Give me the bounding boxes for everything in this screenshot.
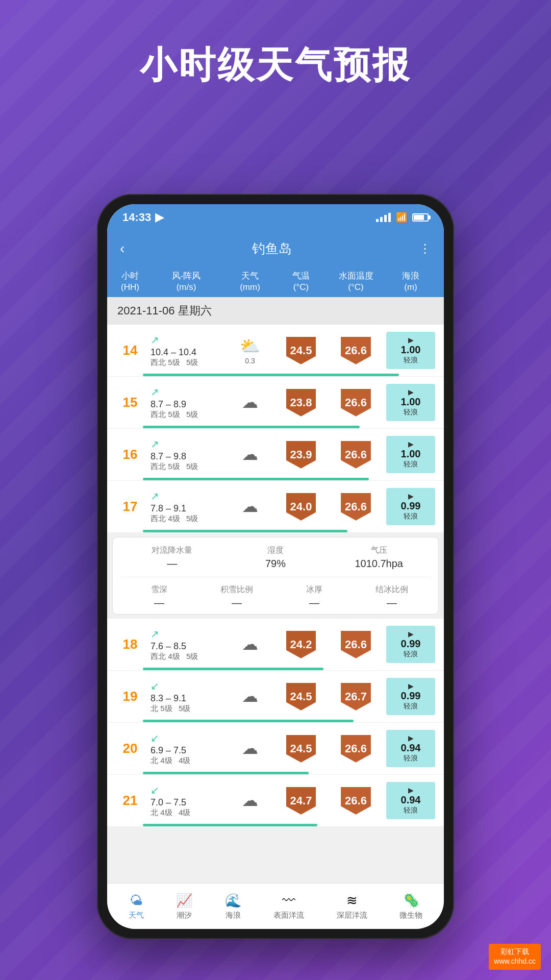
back-button[interactable]: ‹: [120, 240, 124, 257]
nav-label: 潮汐: [177, 911, 192, 920]
snow-ratio-value: —: [232, 597, 242, 609]
weather-row: 21 ↙ 7.0 – 7.5 北 4级 4级 ☁ 24.7 26.6 ▶ 0.9…: [107, 775, 444, 827]
weather-row: 17 ↗ 7.8 – 9.1 西北 4级 5级 ☁ 24.0 26.6 ▶ 0.…: [107, 481, 444, 533]
wind-bar: [143, 824, 444, 826]
wind-arrow-icon: ↗: [151, 438, 159, 450]
temp-badge: 24.2: [286, 631, 316, 658]
nav-icon: 🦠: [403, 893, 419, 909]
weather-icon-cell: ☁: [224, 393, 276, 413]
wind-cell: ↗ 10.4 – 10.4 西北 5级 5级: [148, 334, 224, 368]
temp-badge: 23.8: [286, 389, 316, 416]
convective-label: 对流降水量: [152, 545, 192, 556]
wave-cell: ▶ 1.00 轻浪: [386, 332, 435, 369]
weather-icon: ☁: [242, 497, 258, 516]
wind-arrow-icon: ↙: [151, 680, 159, 692]
snow-ratio-label: 积雪比例: [220, 584, 253, 595]
sea-temp-badge: 26.6: [341, 389, 371, 416]
wind-cell: ↗ 7.6 – 8.5 西北 4级 5级: [148, 628, 224, 662]
table-header: 小时(HH) 风-阵风(m/s) 天气(mm) 气温(°C) 水面温度(°C) …: [107, 266, 444, 297]
wifi-icon: 📶: [396, 212, 407, 223]
temp-badge: 24.0: [286, 493, 316, 521]
wind-arrow-icon: ↗: [151, 386, 159, 398]
wind-cell: ↗ 8.7 – 8.9 西北 5级 5级: [148, 386, 224, 420]
sea-temp-badge: 26.6: [341, 787, 371, 815]
wind-arrow-icon: ↗: [151, 490, 159, 502]
weather-icon-cell: ☁: [224, 634, 276, 655]
weather-row: 18 ↗ 7.6 – 8.5 西北 4级 5级 ☁ 24.2 26.6 ▶ 0.…: [107, 619, 444, 671]
nav-icon: 〰: [282, 893, 295, 909]
nav-icon: ≋: [346, 893, 358, 909]
weather-icon: ☁: [242, 791, 258, 810]
convective-value: —: [167, 558, 177, 570]
sea-temp-badge: 26.6: [341, 337, 371, 364]
location-icon: ▶: [155, 211, 164, 224]
nav-item-微生物[interactable]: 🦠 微生物: [399, 893, 422, 920]
ice-ratio-value: —: [387, 597, 397, 609]
hour-cell: 21: [112, 793, 148, 808]
date-row: 2021-11-06 星期六: [107, 297, 444, 325]
weather-icon-cell: ☁: [224, 687, 276, 707]
wave-cell: ▶ 0.94 轻浪: [386, 730, 435, 767]
more-button[interactable]: ⋮: [419, 241, 431, 256]
weather-icon-cell: ⛅ 0.3: [224, 336, 276, 365]
watermark: 彩虹下载 www.chhd.cc: [489, 944, 541, 970]
snow-depth-label: 雪深: [151, 584, 167, 595]
snow-depth-value: —: [154, 597, 164, 609]
wind-cell: ↙ 7.0 – 7.5 北 4级 4级: [148, 784, 224, 818]
weather-icon: ☁: [242, 687, 258, 706]
pressure-value: 1010.7hpa: [355, 558, 403, 570]
weather-icon-cell: ☁: [224, 791, 276, 811]
wind-bar: [143, 668, 444, 670]
nav-label: 深层洋流: [337, 911, 367, 920]
wave-cell: ▶ 1.00 轻浪: [386, 436, 435, 473]
info-panel: 对流降水量 — 湿度 79% 气压 1010.7hpa: [112, 537, 439, 615]
weather-row: 15 ↗ 8.7 – 8.9 西北 5级 5级 ☁ 23.8 26.6 ▶ 1.…: [107, 377, 444, 429]
weather-icon: ☁: [242, 634, 258, 654]
wave-cell: ▶ 0.94 轻浪: [386, 782, 435, 819]
phone-screen: 14:33 ▶ 📶 ‹ 钓鱼岛 ⋮: [107, 204, 444, 929]
signal-icon: [376, 213, 391, 222]
nav-item-海浪[interactable]: 🌊 海浪: [225, 893, 241, 920]
bottom-nav: 🌤 天气 📈 潮汐 🌊 海浪 〰 表面洋流 ≋ 深层洋流 🦠 微生物: [107, 883, 444, 929]
wind-arrow-icon: ↗: [151, 628, 159, 640]
wind-bar: [143, 478, 444, 480]
humidity-value: 79%: [265, 558, 286, 570]
weather-icon-cell: ☁: [224, 497, 276, 517]
wind-arrow-icon: ↗: [151, 334, 159, 346]
temp-badge: 24.5: [286, 735, 316, 763]
wind-cell: ↗ 8.7 – 9.8 西北 5级 5级: [148, 438, 224, 472]
nav-icon: 🌤: [130, 893, 143, 909]
header-title: 钓鱼岛: [252, 240, 292, 258]
nav-item-天气[interactable]: 🌤 天气: [129, 893, 144, 920]
wind-arrow-icon: ↙: [151, 732, 159, 744]
status-time: 14:33: [122, 211, 151, 224]
temp-badge: 24.5: [286, 337, 316, 364]
hour-cell: 17: [112, 499, 148, 514]
wind-bar: [143, 772, 444, 774]
hour-cell: 20: [112, 741, 148, 756]
wind-bar: [143, 374, 444, 376]
nav-item-潮汐[interactable]: 📈 潮汐: [176, 893, 192, 920]
temp-badge: 24.7: [286, 787, 316, 815]
phone-frame: 14:33 ▶ 📶 ‹ 钓鱼岛 ⋮: [97, 194, 454, 939]
nav-label: 表面洋流: [273, 911, 304, 920]
hour-cell: 14: [112, 342, 148, 358]
ice-thick-value: —: [309, 597, 319, 609]
sea-temp-badge: 26.6: [341, 493, 371, 521]
hour-cell: 15: [112, 395, 148, 410]
weather-row: 20 ↙ 6.9 – 7.5 北 4级 4级 ☁ 24.5 26.6 ▶ 0.9…: [107, 723, 444, 775]
nav-icon: 📈: [176, 893, 192, 909]
battery-icon: [412, 213, 429, 222]
nav-item-表面洋流[interactable]: 〰 表面洋流: [273, 893, 304, 920]
sea-temp-badge: 26.7: [341, 683, 371, 710]
weather-row: 14 ↗ 10.4 – 10.4 西北 5级 5级 ⛅ 0.3 24.5 26.…: [107, 325, 444, 377]
nav-item-深层洋流[interactable]: ≋ 深层洋流: [337, 893, 367, 920]
nav-label: 海浪: [226, 911, 241, 920]
wave-cell: ▶ 0.99 轻浪: [386, 678, 435, 715]
sea-temp-badge: 26.6: [341, 735, 371, 763]
wind-cell: ↗ 7.8 – 9.1 西北 4级 5级: [148, 490, 224, 524]
hour-cell: 19: [112, 689, 148, 704]
weather-row: 16 ↗ 8.7 – 9.8 西北 5级 5级 ☁ 23.9 26.6 ▶ 1.…: [107, 429, 444, 481]
wave-cell: ▶ 1.00 轻浪: [386, 384, 435, 421]
temp-badge: 23.9: [286, 441, 316, 469]
